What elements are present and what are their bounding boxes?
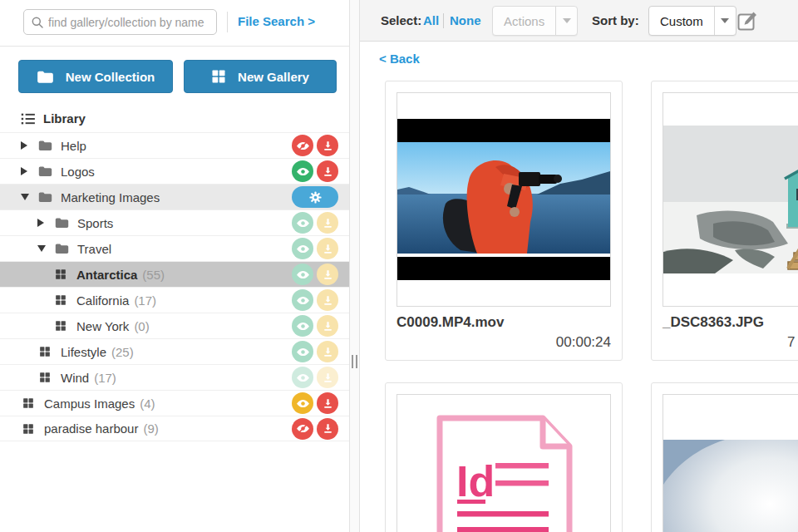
tree-item-label: Lifestyle	[61, 345, 106, 359]
resize-grip-icon[interactable]	[352, 355, 357, 368]
download-status-icon[interactable]	[317, 212, 338, 234]
library-label: Library	[43, 111, 86, 126]
asset-thumbnail[interactable]: Id	[397, 394, 611, 532]
asset-panel: Select: All None Actions Sort by: Custom…	[360, 0, 798, 532]
expand-arrow-icon[interactable]	[21, 141, 27, 150]
actions-label: Actions	[493, 14, 555, 28]
asset-toolbar: Select: All None Actions Sort by: Custom	[360, 0, 798, 42]
tree-item-label: Travel	[77, 242, 111, 256]
tree-item-campus-images[interactable]: Campus Images (4)	[0, 390, 349, 416]
asset-filename: _DSC8363.JPG	[663, 314, 798, 331]
tree-item-lifestyle[interactable]: Lifestyle (25)	[0, 338, 349, 364]
grid-icon	[39, 372, 51, 383]
tree-item-label: California	[76, 293, 129, 308]
edit-button[interactable]	[736, 10, 758, 32]
asset-filename: C0009.MP4.mov	[397, 314, 611, 331]
download-status-icon[interactable]	[317, 367, 338, 388]
expand-arrow-icon[interactable]	[37, 219, 44, 227]
photographer-photo	[397, 142, 610, 254]
tree-item-count: (0)	[134, 319, 149, 333]
search-box[interactable]	[23, 9, 217, 35]
tree-item-sports[interactable]: Sports	[0, 209, 349, 235]
new-collection-button[interactable]: New Collection	[18, 60, 173, 93]
visibility-status-icon[interactable]	[292, 135, 313, 156]
collapse-arrow-icon[interactable]	[21, 194, 29, 200]
asset-thumbnail[interactable]	[663, 394, 798, 532]
folder-icon	[37, 70, 54, 84]
tree-item-travel[interactable]: Travel	[0, 235, 349, 261]
asset-thumbnail[interactable]	[663, 92, 798, 307]
tree-item-count: (9)	[143, 421, 158, 436]
back-link[interactable]: < Back	[379, 52, 420, 66]
search-icon	[31, 16, 44, 29]
visibility-status-icon[interactable]	[292, 315, 313, 337]
snow-landscape-photo	[663, 440, 798, 532]
file-search-link[interactable]: File Search >	[238, 14, 315, 28]
new-gallery-button[interactable]: New Gallery	[184, 60, 337, 93]
tree-item-antarctica[interactable]: Antarctica (55)	[0, 261, 349, 287]
letterbox-bar	[397, 119, 610, 142]
asset-card-image[interactable]	[651, 382, 798, 532]
visibility-status-icon[interactable]	[292, 289, 313, 311]
download-status-icon[interactable]	[317, 289, 338, 311]
tree-item-help[interactable]: Help	[0, 132, 349, 158]
download-status-icon[interactable]	[317, 315, 338, 337]
tree-item-label: Sports	[77, 216, 113, 230]
tree-item-label: Wind	[61, 371, 89, 385]
visibility-status-icon[interactable]	[292, 367, 313, 388]
tree-item-california[interactable]: California (17)	[0, 287, 349, 313]
grid-icon	[55, 268, 66, 280]
visibility-status-icon[interactable]	[292, 341, 313, 362]
asset-thumbnail[interactable]	[397, 92, 611, 307]
visibility-status-icon[interactable]	[292, 212, 313, 234]
panel-resize-handle[interactable]	[349, 0, 360, 532]
tree-item-label: Campus Images	[44, 397, 135, 411]
settings-button[interactable]	[292, 186, 338, 208]
download-status-icon[interactable]	[317, 238, 338, 259]
divider-line	[443, 13, 444, 28]
hut-photo	[663, 126, 798, 273]
tree-item-logos[interactable]: Logos	[0, 158, 349, 184]
visibility-status-icon[interactable]	[292, 392, 313, 414]
chevron-down-icon[interactable]	[555, 7, 577, 35]
download-status-icon[interactable]	[317, 160, 338, 182]
visibility-status-icon[interactable]	[292, 264, 313, 285]
tree-item-new-york[interactable]: New York (0)	[0, 313, 349, 338]
folder-icon	[55, 243, 69, 254]
tree-item-label: New York	[76, 319, 129, 333]
download-status-icon[interactable]	[317, 135, 338, 156]
indesign-file-icon: Id	[431, 410, 576, 532]
sort-dropdown[interactable]: Custom	[648, 6, 736, 36]
chevron-down-icon[interactable]	[714, 7, 736, 35]
download-status-icon[interactable]	[317, 341, 338, 362]
tree-item-label: Antarctica	[76, 268, 137, 282]
asset-duration: 00:00:24	[397, 334, 611, 351]
tree-item-count: (17)	[94, 371, 116, 385]
grid-icon	[22, 423, 34, 435]
tree-item-marketing-images[interactable]: Marketing Images	[0, 184, 349, 209]
sort-value: Custom	[649, 14, 714, 28]
search-input[interactable]	[48, 16, 206, 29]
collapse-arrow-icon[interactable]	[37, 245, 46, 252]
grid-icon	[22, 397, 34, 409]
asset-card-image[interactable]: _DSC8363.JPG 7	[651, 81, 798, 361]
tree-item-paradise-harbour[interactable]: paradise harbour (9)	[0, 416, 349, 441]
download-status-icon[interactable]	[317, 264, 338, 285]
sidebar: File Search > New Collection New Gallery…	[0, 0, 349, 532]
select-all-link[interactable]: All	[423, 13, 439, 27]
visibility-status-icon[interactable]	[292, 418, 313, 440]
select-none-link[interactable]: None	[450, 13, 481, 27]
sidebar-search-bar: File Search >	[0, 0, 349, 47]
expand-arrow-icon[interactable]	[21, 167, 27, 175]
download-status-icon[interactable]	[317, 392, 338, 414]
download-status-icon[interactable]	[317, 418, 338, 440]
visibility-status-icon[interactable]	[292, 160, 313, 182]
gallery-content: < Back	[360, 42, 798, 532]
list-icon	[21, 112, 36, 126]
asset-card-video[interactable]: C0009.MP4.mov 00:00:24	[385, 81, 623, 361]
asset-card-indesign[interactable]: Id	[385, 382, 623, 532]
tree-item-label: Logos	[61, 165, 95, 179]
visibility-status-icon[interactable]	[292, 238, 313, 259]
tree-item-wind[interactable]: Wind (17)	[0, 364, 349, 390]
actions-dropdown[interactable]: Actions	[492, 6, 578, 36]
